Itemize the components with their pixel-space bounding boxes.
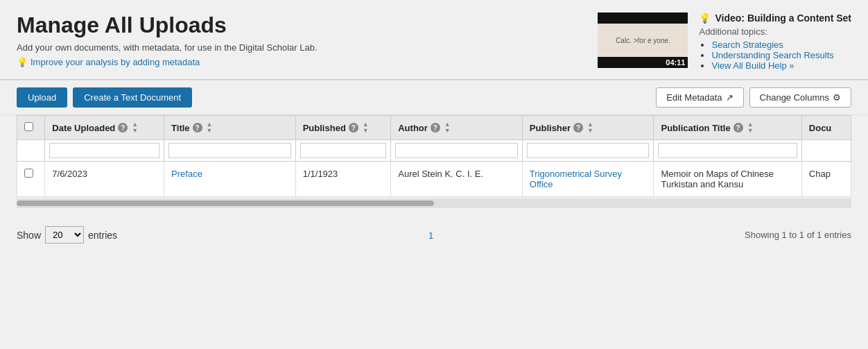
filter-pub-title <box>654 140 801 162</box>
video-bottom-bar: 04:11 <box>598 57 688 68</box>
filter-author <box>391 140 523 162</box>
table-filter-row <box>17 140 851 162</box>
publisher-sort[interactable]: ▲▼ <box>587 121 593 134</box>
understanding-search-link[interactable]: Understanding Search Results <box>711 50 833 60</box>
top-section: Manage All Uploads Add your own document… <box>0 0 868 79</box>
video-duration: 04:11 <box>666 58 685 67</box>
col-publisher: Publisher ? ▲▼ <box>522 116 654 140</box>
toolbar-left: Upload Create a Text Document <box>17 87 192 108</box>
author-help-icon[interactable]: ? <box>431 123 440 133</box>
col-publication-title: Publication Title ? ▲▼ <box>654 116 801 140</box>
row-checkbox[interactable] <box>24 169 33 178</box>
publisher-filter-input[interactable] <box>527 143 650 158</box>
select-all-checkbox[interactable] <box>24 122 33 131</box>
pagination: 1 <box>428 230 433 241</box>
published-help-icon[interactable]: ? <box>349 123 358 133</box>
row-date-uploaded: 7/6/2023 <box>45 162 164 197</box>
top-left: Manage All Uploads Add your own document… <box>17 12 318 67</box>
page-1-link[interactable]: 1 <box>428 230 433 241</box>
col-docu: Docu <box>801 116 851 140</box>
uploads-table: Date Uploaded ? ▲▼ Title ? ▲▼ <box>17 115 851 197</box>
row-publisher: Trigonometrical Survey Office <box>522 162 654 197</box>
additional-topics-label: Additional topics: <box>699 26 851 37</box>
page-title: Manage All Uploads <box>17 12 318 38</box>
table-header-row: Date Uploaded ? ▲▼ Title ? ▲▼ <box>17 116 851 140</box>
row-docu: Chap <box>801 162 851 197</box>
row-checkbox-cell <box>17 162 45 197</box>
per-page-select[interactable]: 10 20 50 100 <box>45 226 84 244</box>
row-title: Preface <box>164 162 296 197</box>
row-author: Aurel Stein K. C. I. E. <box>391 162 523 197</box>
show-label: Show <box>17 230 41 241</box>
edit-metadata-button[interactable]: Edit Metadata ↗ <box>656 87 743 108</box>
filter-checkbox <box>17 140 45 162</box>
title-help-icon[interactable]: ? <box>193 123 202 133</box>
author-filter-input[interactable] <box>395 143 518 158</box>
entries-label: entries <box>88 230 117 241</box>
table-row: 7/6/2023 Preface 1/1/1923 Aurel Stein K.… <box>17 162 851 197</box>
settings-icon: ⚙ <box>833 92 841 103</box>
video-info: 💡 Video: Building a Content Set Addition… <box>699 12 851 71</box>
title-sort[interactable]: ▲▼ <box>207 121 213 134</box>
title-filter-input[interactable] <box>168 143 291 158</box>
video-link-2: Understanding Search Results <box>711 50 851 60</box>
date-uploaded-help-icon[interactable]: ? <box>118 123 128 133</box>
video-thumb-inner: Calc. >for e yone. <box>598 24 688 57</box>
top-right: Calc. >for e yone. 04:11 💡 Video: Buildi… <box>598 12 851 71</box>
footer-left: Show 10 20 50 100 entries <box>17 226 117 244</box>
view-all-build-help-link[interactable]: View All Build Help » <box>711 60 794 71</box>
video-link-3: View All Build Help » <box>711 60 851 71</box>
col-date-uploaded: Date Uploaded ? ▲▼ <box>45 116 164 140</box>
col-published: Published ? ▲▼ <box>295 116 391 140</box>
filter-published <box>295 140 391 162</box>
showing-text: Showing 1 to 1 of 1 entries <box>745 230 851 240</box>
row-title-link[interactable]: Preface <box>171 169 202 179</box>
video-link-1: Search Strategies <box>711 40 851 50</box>
row-publication-title: Memoir on Maps of Chinese Turkistan and … <box>654 162 801 197</box>
bulb-icon: 💡 <box>17 57 28 67</box>
table-wrapper: Date Uploaded ? ▲▼ Title ? ▲▼ <box>17 115 851 197</box>
date-uploaded-filter-input[interactable] <box>49 143 159 158</box>
filter-title <box>164 140 296 162</box>
pub-title-help-icon[interactable]: ? <box>734 123 743 133</box>
filter-publisher <box>522 140 654 162</box>
create-text-document-button[interactable]: Create a Text Document <box>73 87 192 108</box>
col-title: Title ? ▲▼ <box>164 116 296 140</box>
toolbar-right: Edit Metadata ↗ Change Columns ⚙ <box>656 87 851 108</box>
main-content: Date Uploaded ? ▲▼ Title ? ▲▼ <box>0 115 868 219</box>
video-title: 💡 Video: Building a Content Set <box>699 12 851 24</box>
toolbar: Upload Create a Text Document Edit Metad… <box>0 80 868 115</box>
video-top-bar <box>598 12 688 24</box>
change-columns-button[interactable]: Change Columns ⚙ <box>749 87 851 108</box>
filter-docu <box>801 140 851 162</box>
row-published: 1/1/1923 <box>295 162 391 197</box>
col-author: Author ? ▲▼ <box>391 116 523 140</box>
date-uploaded-sort[interactable]: ▲▼ <box>132 121 138 134</box>
external-link-icon: ↗ <box>726 92 734 103</box>
published-filter-input[interactable] <box>300 143 387 158</box>
page-description: Add your own documents, with metadata, f… <box>17 42 318 53</box>
upload-button[interactable]: Upload <box>17 87 67 108</box>
search-strategies-link[interactable]: Search Strategies <box>711 40 783 50</box>
published-sort[interactable]: ▲▼ <box>363 121 369 134</box>
filter-date-uploaded <box>45 140 164 162</box>
video-bulb-icon: 💡 <box>699 12 711 24</box>
col-checkbox <box>17 116 45 140</box>
video-thumbnail[interactable]: Calc. >for e yone. 04:11 <box>598 12 688 68</box>
footer-bar: Show 10 20 50 100 entries 1 Showing 1 to… <box>0 219 868 250</box>
video-links-list: Search Strategies Understanding Search R… <box>699 40 851 71</box>
horizontal-scrollbar[interactable] <box>17 198 851 208</box>
pub-title-filter-input[interactable] <box>658 143 797 158</box>
author-sort[interactable]: ▲▼ <box>444 121 451 134</box>
pub-title-sort[interactable]: ▲▼ <box>747 121 754 134</box>
publisher-help-icon[interactable]: ? <box>573 123 583 133</box>
improve-link[interactable]: 💡 Improve your analysis by adding metada… <box>17 57 318 67</box>
